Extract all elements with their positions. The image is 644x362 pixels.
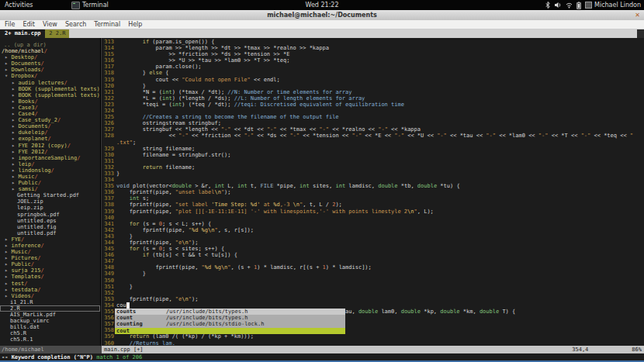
code-line[interactable]: 333} (102, 171, 644, 177)
code-line[interactable]: 345 for (s = 0; s < sites; s++) { (102, 246, 644, 252)
code-line[interactable]: 340 (102, 215, 644, 221)
tree-item[interactable]: ▸ Videos/ (0, 293, 100, 299)
statusline-filetree[interactable]: /home/michael (0, 346, 102, 353)
statusline-main[interactable]: main.cpp [+] 354,4 86% (102, 346, 644, 353)
tree-item[interactable]: untitled.pdf (0, 230, 100, 236)
completion-item[interactable]: cout (115, 328, 345, 334)
menu-item-view[interactable]: View (43, 21, 57, 28)
menu-item-file[interactable]: File (5, 21, 15, 28)
code-line[interactable]: 337 int s; (102, 195, 644, 202)
tree-item[interactable]: ▸ FYE 2012/ (0, 149, 100, 155)
code-line[interactable]: 359 return (lam0 /( (*kp) / (*kp + *km))… (102, 333, 644, 340)
tree-item[interactable]: ▸ Documents/ (0, 123, 100, 129)
code-line[interactable]: 326 ostringstream stringbuf; (102, 120, 644, 126)
tree-item[interactable]: ▸ surja 215/ (0, 267, 100, 274)
tree-item[interactable]: i1_21.R (0, 299, 100, 305)
code-line[interactable]: 353 fprintf(pipe, "e\n"); (102, 296, 644, 302)
code-line[interactable]: 351 } (102, 284, 644, 290)
tree-item[interactable]: /home/michael/ (0, 48, 100, 54)
code-line[interactable]: 347 (102, 258, 644, 264)
tree-item[interactable]: ▸ Downloads/ (0, 67, 100, 73)
code-line[interactable]: 338 fprintf(pipe, "set label 'Time Step:… (102, 202, 644, 208)
vim-tab[interactable]: 2 2.R (45, 29, 69, 38)
tree-item[interactable]: ▸ Templates/ (0, 274, 100, 280)
network-icon[interactable] (566, 2, 573, 9)
menu-item-search[interactable]: Search (65, 21, 86, 28)
code-line[interactable]: 327 stringbuf << *length << "-" << *dt <… (102, 126, 644, 133)
code-line[interactable]: 349 } (102, 271, 644, 277)
tree-item[interactable]: ▸ samsi/ (0, 186, 100, 192)
completion-item[interactable]: count/usr/include/bits/types.h (115, 315, 345, 321)
code-line[interactable]: 321 *N = (int) (*tmax / *dt); //N: Numbe… (102, 89, 644, 95)
tree-item[interactable]: ▸ importanceSampling/ (0, 155, 100, 161)
tree-item[interactable]: ▸ BOOK (supplemental texts) ( (0, 92, 100, 98)
code-line[interactable]: 319 cout << "Could not open File" << end… (102, 77, 644, 83)
tree-item[interactable]: ▸ dukeleip/ (0, 129, 100, 136)
code-line[interactable]: 316 >> *U >> *tau >> *lam0 >> *T >> *teq… (102, 57, 644, 64)
code-line[interactable]: 336 fprintf(pipe, "unset label\n"); (102, 189, 644, 195)
tree-item[interactable]: ▸ Desktop/ (0, 54, 100, 60)
tree-item[interactable]: ▸ Public/ (0, 261, 100, 267)
tree-item[interactable]: ▸ Case3/ (0, 105, 100, 111)
tree-item[interactable]: ch5.R (0, 330, 100, 336)
code-line[interactable]: 318 } else { (102, 70, 644, 76)
battery-icon[interactable] (576, 2, 581, 9)
tree-item[interactable]: backup_vimrc (0, 318, 100, 324)
completion-item[interactable]: counts/usr/include/bits/types.h (115, 309, 345, 315)
completion-item[interactable]: counting/usr/include/bits/stdio-lock.h (115, 321, 345, 327)
code-line[interactable]: 346 if (tb[s] < t && t < tu[s]) { (102, 252, 644, 258)
tree-item[interactable]: ▸ FYE/ (0, 236, 100, 243)
tree-item[interactable]: ch5.R.1 (0, 336, 100, 343)
tree-item[interactable]: ▸ lindonslog/ (0, 167, 100, 174)
window-title-bar[interactable]: michael@michael:~/Documents ✕ (0, 10, 644, 21)
code-line[interactable]: 341 for (s = 0; s < L; s++) { (102, 221, 644, 227)
tree-item[interactable]: ▸ test/ (0, 281, 100, 287)
tree-item[interactable]: ▸ audio lectures/ (0, 80, 100, 86)
code-line[interactable]: 350 (102, 278, 644, 284)
window-close-button[interactable]: ✕ (633, 10, 642, 20)
code-line[interactable]: 354cou (102, 302, 644, 309)
tree-item[interactable]: ▸ Public/ (0, 180, 100, 186)
vim-tab[interactable]: 2+ main.cpp (0, 29, 45, 38)
code-line[interactable]: .txt"; (102, 140, 644, 146)
tree-item[interactable]: ▸ exoplanet/ (0, 136, 100, 142)
code-line[interactable]: 339 fprintf(pipe, "plot [][-1E-11:1E-11]… (102, 209, 644, 215)
code-line[interactable]: 331 (102, 158, 644, 164)
tree-item[interactable]: ▸ FYE 2012 (copy)/ (0, 143, 100, 149)
code-line[interactable]: 324 (102, 108, 644, 114)
tree-item[interactable]: .. (up a dir) (0, 42, 100, 48)
tree-item[interactable]: ▸ leip/ (0, 161, 100, 167)
code-line[interactable]: 320 } (102, 83, 644, 89)
tree-item[interactable]: leip.zip (0, 205, 100, 211)
code-line[interactable]: 329 string filename; (102, 146, 644, 152)
code-line[interactable]: 322 *L = (int) (*length / *ds); //L: Num… (102, 95, 644, 102)
code-line[interactable]: 360 //Returns lam. (102, 340, 644, 346)
tree-item[interactable]: Getting Started.pdf (0, 192, 100, 198)
tree-item[interactable]: ▾ Dropbox/ (0, 73, 100, 79)
code-line[interactable]: 323 *teqi = (int) (*teq / *dt); //teqi: … (102, 102, 644, 108)
tree-item[interactable]: ▸ BOOK (supplemental texts) ( (0, 86, 100, 92)
tree-item[interactable]: ▸ Documents/ (0, 60, 100, 67)
tree-item[interactable]: ▸ Case4/ (0, 111, 100, 117)
tree-item[interactable]: bills.dat (0, 324, 100, 330)
tree-item[interactable]: AIS_MarLik.pdf (0, 312, 100, 318)
tree-item[interactable]: ▸ Case_study_2/ (0, 117, 100, 123)
code-line[interactable]: 334 (102, 177, 644, 183)
tree-item[interactable]: untitled.eps (0, 218, 100, 224)
tree-item[interactable]: ▸ Pictures/ (0, 255, 100, 261)
tree-item[interactable]: ▸ testdata/ (0, 287, 100, 293)
menu-item-help[interactable]: Help (128, 21, 142, 28)
menu-item-terminal[interactable]: Terminal (94, 21, 120, 28)
code-line[interactable]: 317 param.close(); (102, 64, 644, 70)
user-menu[interactable]: Michael Lindon (585, 0, 641, 10)
tree-item[interactable]: springbok.pdf (0, 212, 100, 218)
code-line[interactable]: 335void plot(vector<double > &r, int L, … (102, 183, 644, 189)
code-line[interactable]: 352 (102, 290, 644, 296)
tree-item[interactable]: JOEL.zip (0, 198, 100, 205)
volume-icon[interactable] (555, 2, 562, 9)
code-line[interactable]: 344 fprintf(pipe, "e\n"); (102, 240, 644, 246)
menu-item-edit[interactable]: Edit (23, 21, 35, 28)
code-line[interactable]: 343 } (102, 233, 644, 240)
code-line[interactable]: 342 fprintf(pipe, "%d %g\n", s, r[s]); (102, 227, 644, 233)
code-line[interactable]: 330 filename = stringbuf.str(); (102, 152, 644, 158)
